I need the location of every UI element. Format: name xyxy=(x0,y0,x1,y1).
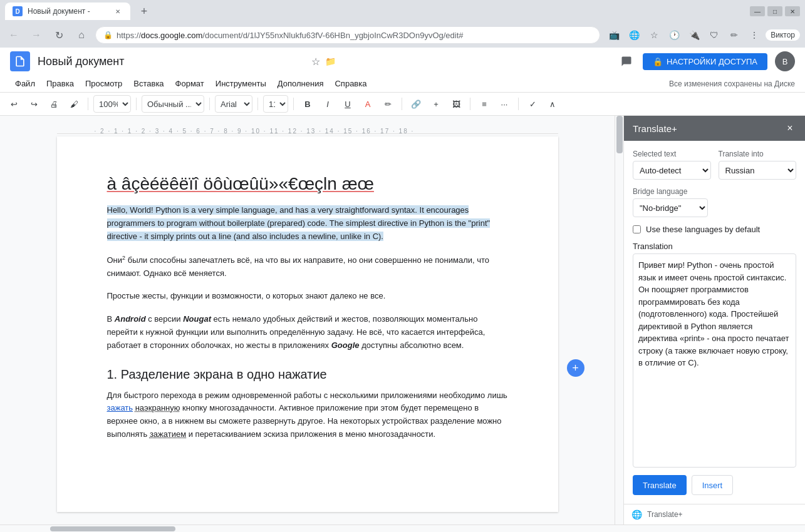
paragraph4: Для быстрого перехода в режим одновремен… xyxy=(107,389,508,441)
more-options-icon[interactable]: ⋮ xyxy=(745,26,763,44)
folder-icon[interactable]: 📁 xyxy=(325,56,336,66)
menu-view[interactable]: Просмотр xyxy=(80,76,127,91)
bold-button[interactable]: B xyxy=(299,95,316,113)
redo-button[interactable]: ↪ xyxy=(25,95,43,113)
chevron-button[interactable]: ∧ xyxy=(544,95,561,113)
extension1-icon[interactable]: 🔌 xyxy=(685,26,703,44)
selected-paragraph[interactable]: Hello, World! Python is a very simple la… xyxy=(107,204,508,243)
star-icon[interactable]: ☆ xyxy=(311,56,320,68)
undo-button[interactable]: ↩ xyxy=(5,95,23,113)
divider2 xyxy=(136,98,137,110)
format-bar: ↩ ↪ 🖨 🖌 100% Обычный ... Arial 11 B I U … xyxy=(0,93,805,116)
lock-icon: 🔒 xyxy=(103,31,113,39)
avatar[interactable]: В xyxy=(775,51,795,71)
doc-content: · 2 · 1 · 1 · 2 · 3 · 4 · 5 · 6 · 7 · 8 … xyxy=(0,116,615,524)
doc-title-area: Новый документ xyxy=(38,55,304,68)
user-chip[interactable]: Виктор xyxy=(766,29,800,41)
insert-comment-button[interactable]: + xyxy=(427,95,445,113)
source-lang-select[interactable]: Auto-detect English Russian xyxy=(633,161,711,180)
menu-file[interactable]: Файл xyxy=(10,76,40,91)
doc-page: + à âçèéëêëïî öôùœûü»«€œçln æœ Hello, Wo… xyxy=(57,136,558,512)
menu-bar: Файл Правка Просмотр Вставка Формат Инст… xyxy=(10,75,795,92)
align-button[interactable]: ≡ xyxy=(475,95,493,113)
target-lang-select[interactable]: Russian English French xyxy=(719,161,797,180)
selected-text-label: Selected text xyxy=(633,150,711,158)
menu-edit[interactable]: Правка xyxy=(41,76,79,91)
translate-actions: Translate Insert xyxy=(633,475,796,495)
size-select[interactable]: 11 xyxy=(263,95,288,113)
link1[interactable]: зажать xyxy=(107,403,133,412)
main-area: · 2 · 1 · 1 · 2 · 3 · 4 · 5 · 6 · 7 · 8 … xyxy=(0,116,805,524)
insert-button[interactable]: Insert xyxy=(692,475,734,495)
bottom-scrollbar[interactable] xyxy=(0,524,805,532)
access-btn-label: НАСТРОЙКИ ДОСТУПА xyxy=(667,57,757,66)
menu-addons[interactable]: Дополнения xyxy=(273,76,329,91)
underline-button[interactable]: U xyxy=(339,95,356,113)
url-bar[interactable]: 🔒 https://docs.google.com/document/d/1lJ… xyxy=(95,26,600,44)
menu-help[interactable]: Справка xyxy=(330,76,371,91)
doc-title[interactable]: Новый документ xyxy=(38,55,304,68)
link2[interactable]: наэкранную xyxy=(135,403,180,412)
tab-close-button[interactable]: ✕ xyxy=(113,6,123,16)
italic-button[interactable]: I xyxy=(319,95,336,113)
menu-format[interactable]: Формат xyxy=(170,76,209,91)
format-paint-button[interactable]: 🖌 xyxy=(65,95,83,113)
link3[interactable]: зажатием xyxy=(150,429,186,439)
menu-tools[interactable]: Инструменты xyxy=(210,76,271,91)
minimize-button[interactable]: — xyxy=(750,6,765,16)
forward-button[interactable]: → xyxy=(28,26,45,44)
pen-icon[interactable]: ✏ xyxy=(725,26,743,44)
history-icon[interactable]: 🕐 xyxy=(665,26,683,44)
right-scrollbar[interactable] xyxy=(615,116,623,524)
divider7 xyxy=(470,98,470,110)
access-settings-button[interactable]: 🔒 НАСТРОЙКИ ДОСТУПА xyxy=(643,53,767,70)
refresh-button[interactable]: ↻ xyxy=(50,26,68,44)
tab-favicon: D xyxy=(13,6,23,16)
browser-tab[interactable]: D Новый документ - ✕ xyxy=(5,3,130,20)
nougat-text: Nougat xyxy=(183,314,211,324)
zoom-select[interactable]: 100% xyxy=(93,95,131,113)
translate-footer-icon: 🌐 xyxy=(631,509,642,519)
link-button[interactable]: 🔗 xyxy=(407,95,425,113)
bookmark-icon[interactable]: ☆ xyxy=(645,26,663,44)
image-button[interactable]: 🖼 xyxy=(447,95,465,113)
default-langs-label: Use these languages by default xyxy=(646,225,760,234)
print-button[interactable]: 🖨 xyxy=(45,95,63,113)
paragraph3-last: доступны абсолютно всем. xyxy=(360,340,464,350)
spell-check-button[interactable]: ✓ xyxy=(524,95,541,113)
extension2-icon[interactable]: 🛡 xyxy=(705,26,723,44)
new-tab-button[interactable]: + xyxy=(135,3,153,20)
h-scrollbar-thumb[interactable] xyxy=(50,526,175,531)
translate-icon[interactable]: 🌐 xyxy=(625,26,643,44)
highlight-button[interactable]: ✏ xyxy=(379,95,397,113)
style-select[interactable]: Обычный ... xyxy=(142,95,204,113)
scrollbar-thumb[interactable] xyxy=(616,116,623,153)
doc-header: Новый документ ☆ 📁 🔒 НАСТРОЙКИ ДОСТУПА В… xyxy=(0,48,805,93)
title-bar: D Новый документ - ✕ + — □ ✕ xyxy=(0,0,805,23)
lang-selection-row: Selected text Auto-detect English Russia… xyxy=(633,150,796,180)
more-format-button[interactable]: ··· xyxy=(496,95,513,113)
comments-icon[interactable] xyxy=(618,53,635,70)
paragraph3-middle: с версии xyxy=(146,314,184,324)
bridge-lang-select[interactable]: "No-bridge" English xyxy=(633,198,708,217)
translate-body: Selected text Auto-detect English Russia… xyxy=(624,141,805,504)
translation-textarea[interactable] xyxy=(633,253,796,468)
font-select[interactable]: Arial xyxy=(215,95,252,113)
maximize-button[interactable]: □ xyxy=(767,6,782,16)
default-langs-checkbox[interactable] xyxy=(633,225,641,233)
back-button[interactable]: ← xyxy=(5,26,23,44)
translate-button[interactable]: Translate xyxy=(633,475,687,495)
menu-insert[interactable]: Вставка xyxy=(128,76,169,91)
text-color-button[interactable]: A xyxy=(359,95,377,113)
heading1: 1. Разделение экрана в одно нажатие xyxy=(107,367,508,382)
home-button[interactable]: ⌂ xyxy=(73,26,90,44)
cast-icon[interactable]: 📺 xyxy=(605,26,623,44)
close-window-button[interactable]: ✕ xyxy=(785,6,800,16)
add-content-button[interactable]: + xyxy=(567,359,584,377)
translation-section: Translation xyxy=(633,242,796,468)
paragraph2: Простые жесты, функции и возможности, о … xyxy=(107,290,508,303)
doc-container: Новый документ ☆ 📁 🔒 НАСТРОЙКИ ДОСТУПА В… xyxy=(0,48,805,532)
browser-actions: 📺 🌐 ☆ 🕐 🔌 🛡 ✏ ⋮ Виктор xyxy=(605,26,800,44)
translate-close-button[interactable]: × xyxy=(784,122,796,135)
paragraph1-text: Они2 были способны запечатлеть всё, на ч… xyxy=(107,255,490,278)
